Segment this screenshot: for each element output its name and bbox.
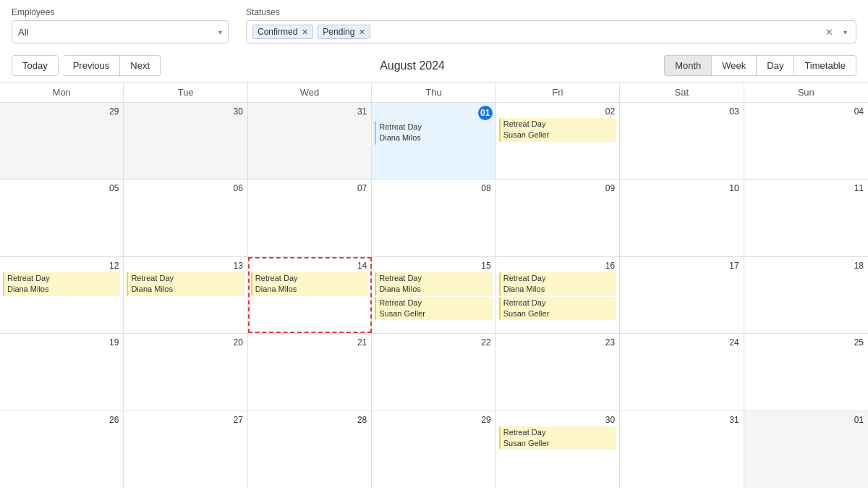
event-sub: Diana Milos [7, 285, 48, 293]
cal-cell-w1d4[interactable]: 01Retreat DayDiana Milos [372, 103, 495, 179]
today-button[interactable]: Today [12, 55, 59, 76]
day-number-w1d7: 04 [747, 106, 865, 117]
event-w3d5-2[interactable]: Retreat DaySusan Geller [499, 297, 616, 321]
event-w3d5-1[interactable]: Retreat DayDiana Milos [499, 272, 616, 296]
cal-cell-w4d3[interactable]: 21 [248, 334, 372, 410]
week-4: 19202122232425 [0, 334, 868, 411]
day-number-w3d3: 14 [251, 260, 368, 272]
cal-cell-w3d3[interactable]: 14Retreat DayDiana Milos [248, 257, 372, 333]
cal-cell-w1d6[interactable]: 03 [620, 103, 744, 179]
cal-cell-w2d1[interactable]: 05 [0, 180, 124, 256]
week-5: 2627282930Retreat DaySusan Geller3101 [0, 411, 868, 488]
cal-cell-w3d7[interactable]: 18 [744, 257, 868, 333]
day-name-tue: Tue [124, 83, 247, 102]
week-2: 05060708091011 [0, 180, 868, 256]
day-name-mon: Mon [0, 83, 124, 102]
previous-button[interactable]: Previous [63, 55, 121, 76]
day-name-sun: Sun [744, 83, 868, 102]
calendar-days-header: Mon Tue Wed Thu Fri Sat Sun [0, 83, 868, 103]
filter-bar: Employees All ▾ Statuses Confirmed ✕ Pen… [0, 0, 868, 49]
view-week-button[interactable]: Week [711, 55, 756, 76]
event-w3d2-1[interactable]: Retreat DayDiana Milos [127, 272, 244, 296]
cal-cell-w5d2[interactable]: 27 [124, 411, 247, 488]
cal-cell-w4d6[interactable]: 24 [620, 334, 744, 410]
cal-cell-w5d1[interactable]: 26 [0, 411, 124, 488]
day-number-w2d3: 07 [251, 182, 368, 194]
event-title: Retreat Day [503, 119, 546, 128]
cal-cell-w4d4[interactable]: 22 [372, 334, 495, 410]
employees-filter-group: Employees All ▾ [12, 7, 229, 43]
event-title: Retreat Day [503, 298, 546, 307]
cal-cell-w3d4[interactable]: 15Retreat DayDiana MilosRetreat DaySusan… [372, 257, 495, 333]
cal-cell-w2d6[interactable]: 10 [620, 180, 744, 256]
day-number-w5d3: 28 [251, 414, 368, 426]
cal-cell-w3d5[interactable]: 16Retreat DayDiana MilosRetreat DaySusan… [496, 257, 620, 333]
event-sub: Diana Milos [379, 285, 420, 293]
cal-cell-w5d7[interactable]: 01 [744, 411, 868, 488]
calendar-title: August 2024 [161, 59, 664, 72]
cal-cell-w4d2[interactable]: 20 [124, 334, 247, 410]
statuses-label: Statuses [246, 7, 856, 17]
day-number-w1d1: 29 [3, 106, 120, 117]
next-button[interactable]: Next [120, 55, 161, 76]
view-timetable-button[interactable]: Timetable [793, 55, 856, 76]
view-day-button[interactable]: Day [756, 55, 793, 76]
cal-cell-w1d3[interactable]: 31 [248, 103, 372, 179]
statuses-chevron-icon[interactable]: ▾ [841, 28, 850, 36]
day-number-w4d2: 20 [127, 337, 244, 348]
day-number-w1d6: 03 [623, 106, 740, 117]
day-name-thu: Thu [372, 83, 495, 102]
cal-cell-w5d4[interactable]: 29 [372, 411, 495, 488]
status-chip-confirmed: Confirmed ✕ [252, 25, 313, 39]
cal-cell-w4d5[interactable]: 23 [496, 334, 620, 410]
event-w3d3-1[interactable]: Retreat DayDiana Milos [251, 272, 368, 296]
day-number-w3d6: 17 [623, 260, 740, 272]
day-name-sat: Sat [620, 83, 744, 102]
statuses-clear-icon[interactable]: ✕ [822, 27, 836, 38]
cal-cell-w1d5[interactable]: 02Retreat DaySusan Geller [496, 103, 620, 179]
nav-group: Today Previous Next [12, 55, 161, 76]
day-number-w2d4: 08 [375, 182, 492, 194]
view-month-button[interactable]: Month [664, 55, 711, 76]
event-title: Retreat Day [131, 274, 174, 282]
cal-cell-w5d3[interactable]: 28 [248, 411, 372, 488]
cal-cell-w2d7[interactable]: 11 [744, 180, 868, 256]
employees-select[interactable]: All ▾ [12, 20, 229, 43]
event-sub: Susan Geller [379, 309, 425, 318]
day-number-w2d1: 05 [3, 182, 120, 194]
status-chip-confirmed-close[interactable]: ✕ [302, 28, 308, 37]
cal-cell-w4d7[interactable]: 25 [744, 334, 868, 410]
cal-cell-w2d3[interactable]: 07 [248, 180, 372, 256]
cal-cell-w2d4[interactable]: 08 [372, 180, 495, 256]
employees-label: Employees [12, 7, 229, 17]
event-w1d5-1[interactable]: Retreat DaySusan Geller [499, 118, 616, 142]
event-w3d4-1[interactable]: Retreat DayDiana Milos [375, 272, 492, 296]
event-w5d5-1[interactable]: Retreat DaySusan Geller [499, 426, 616, 450]
cal-cell-w4d1[interactable]: 19 [0, 334, 124, 410]
cal-cell-w3d6[interactable]: 17 [620, 257, 744, 333]
cal-cell-w5d6[interactable]: 31 [620, 411, 744, 488]
status-chip-pending-close[interactable]: ✕ [359, 28, 365, 37]
day-number-w4d1: 19 [3, 337, 120, 348]
event-w3d1-1[interactable]: Retreat DayDiana Milos [3, 272, 120, 296]
day-number-w4d3: 21 [251, 337, 368, 348]
cal-cell-w1d1[interactable]: 29 [0, 103, 124, 179]
event-title: Retreat Day [379, 122, 422, 131]
cal-cell-w3d2[interactable]: 13Retreat DayDiana Milos [124, 257, 247, 333]
cal-cell-w2d5[interactable]: 09 [496, 180, 620, 256]
cal-cell-w1d2[interactable]: 30 [124, 103, 247, 179]
employees-chevron-icon: ▾ [218, 28, 222, 36]
event-sub: Susan Geller [503, 130, 550, 139]
event-title: Retreat Day [7, 274, 50, 282]
event-w3d4-2[interactable]: Retreat DaySusan Geller [375, 297, 492, 321]
view-switcher: Month Week Day Timetable [664, 55, 856, 76]
cal-cell-w2d2[interactable]: 06 [124, 180, 247, 256]
statuses-filter-group: Statuses Confirmed ✕ Pending ✕ ✕ ▾ [246, 7, 856, 43]
cal-cell-w5d5[interactable]: 30Retreat DaySusan Geller [496, 411, 620, 488]
event-w1d4-1[interactable]: Retreat DayDiana Milos [375, 121, 492, 145]
day-number-w5d5: 30 [499, 414, 616, 426]
cal-cell-w1d7[interactable]: 04 [744, 103, 868, 179]
day-number-w4d5: 23 [499, 337, 616, 348]
event-title: Retreat Day [503, 274, 546, 282]
cal-cell-w3d1[interactable]: 12Retreat DayDiana Milos [0, 257, 124, 333]
